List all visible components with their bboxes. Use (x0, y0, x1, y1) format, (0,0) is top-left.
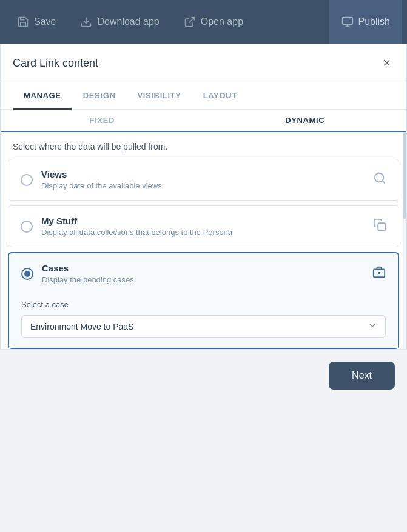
option-views[interactable]: Views Display data of the available view… (8, 159, 399, 201)
option-title-my-stuff: My Stuff (41, 216, 367, 226)
scrollbar-thumb[interactable] (403, 132, 406, 219)
radio-circle-cases (21, 268, 33, 280)
instruction-text: Select where the data will be pulled fro… (1, 132, 406, 159)
option-cases[interactable]: Cases Display the pending cases Select a… (8, 252, 399, 349)
radio-circle-views (21, 174, 33, 186)
tab-layout[interactable]: LAYOUT (192, 82, 248, 110)
card-link-panel: Card Link content × MANAGE DESIGN VISIBI… (0, 44, 407, 350)
svg-rect-2 (342, 18, 352, 25)
option-text-views: Views Display data of the available view… (41, 169, 367, 190)
svg-point-5 (375, 173, 384, 182)
option-my-stuff[interactable]: My Stuff Display all data collections th… (8, 205, 399, 247)
page-footer: Next (0, 350, 407, 402)
cases-card-top: Cases Display the pending cases (9, 253, 398, 291)
svg-line-6 (382, 181, 385, 183)
sub-tabs: FIXED DYNAMIC (1, 110, 406, 132)
option-desc-views: Display data of the available views (41, 181, 367, 190)
copy-icon (373, 218, 386, 235)
panel-header: Card Link content × (1, 44, 406, 82)
next-button[interactable]: Next (329, 362, 395, 390)
select-case-label: Select a case (21, 300, 386, 309)
sub-tab-dynamic[interactable]: DYNAMIC (204, 110, 407, 131)
option-desc-my-stuff: Display all data collections that belong… (41, 228, 367, 237)
option-desc-cases: Display the pending cases (42, 275, 366, 284)
publish-label: Publish (358, 16, 390, 27)
svg-line-1 (189, 18, 194, 23)
tab-visibility[interactable]: VISIBILITY (126, 82, 192, 110)
tab-design[interactable]: DESIGN (72, 82, 127, 110)
option-title-cases: Cases (42, 263, 366, 273)
option-text-cases: Cases Display the pending cases (42, 263, 366, 284)
case-dropdown-wrapper: Environment Move to PaaS Case Option 2 C… (21, 315, 386, 338)
radio-cases[interactable] (21, 268, 33, 280)
save-icon (17, 16, 29, 28)
main-tabs: MANAGE DESIGN VISIBILITY LAYOUT (1, 82, 406, 110)
radio-my-stuff[interactable] (21, 221, 33, 233)
open-app-button[interactable]: Open app (172, 0, 255, 44)
toolbar: Save Download app Open app Publish (0, 0, 407, 44)
download-icon (80, 16, 92, 28)
svg-rect-7 (378, 223, 385, 230)
close-button[interactable]: × (379, 55, 394, 71)
option-title-views: Views (41, 169, 367, 179)
scrollbar-track (403, 132, 406, 349)
radio-views[interactable] (21, 174, 33, 186)
panel-body: Select where the data will be pulled fro… (1, 132, 406, 349)
download-app-label: Download app (97, 16, 159, 27)
download-app-button[interactable]: Download app (68, 0, 171, 44)
search-icon (373, 171, 386, 188)
briefcase-icon (372, 265, 386, 282)
publish-icon (341, 16, 354, 28)
radio-dot-cases (24, 271, 30, 277)
save-button[interactable]: Save (5, 0, 68, 44)
open-app-icon (184, 16, 196, 28)
save-label: Save (34, 16, 56, 27)
publish-button[interactable]: Publish (329, 0, 402, 44)
radio-circle-my-stuff (21, 221, 33, 233)
open-app-label: Open app (201, 16, 243, 27)
tab-manage[interactable]: MANAGE (13, 82, 72, 110)
option-text-my-stuff: My Stuff Display all data collections th… (41, 216, 367, 237)
sub-tab-fixed[interactable]: FIXED (1, 110, 204, 131)
cases-sub-section: Select a case Environment Move to PaaS C… (9, 291, 398, 348)
case-dropdown[interactable]: Environment Move to PaaS Case Option 2 C… (21, 315, 386, 338)
panel-title: Card Link content (13, 57, 98, 70)
